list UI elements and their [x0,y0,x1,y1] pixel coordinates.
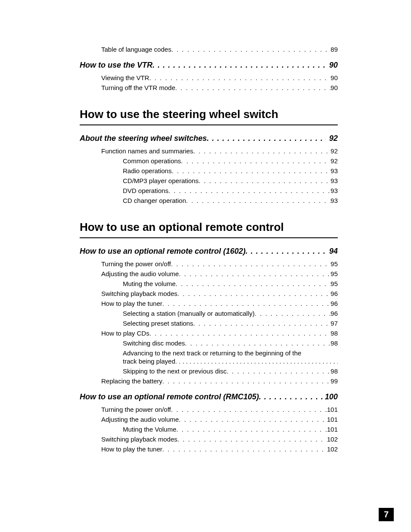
toc-leader [177,290,331,297]
toc-leader [193,147,330,155]
toc-page-num: 97 [330,320,338,327]
toc-entry: Switching playback modes102 [101,436,338,443]
toc-section-remote-rmc105: How to use an optional remote control (R… [80,392,338,401]
toc-label: Viewing the VTR [101,74,149,81]
toc-label: How to play the tuner [101,300,162,307]
toc-section-title: How to use an optional remote control (1… [80,247,246,256]
toc-entry: Common operations92 [123,157,338,165]
toc-label: Common operations [123,157,181,165]
toc-leader [259,392,325,401]
toc-leader [193,320,330,327]
toc-page-num: 95 [330,260,338,268]
toc-page-num: 96 [330,290,338,297]
toc-page-num: 89 [330,46,338,53]
toc-leader [255,310,330,317]
toc-leader [199,177,330,184]
toc-section-title: About the steering wheel switches [80,134,207,143]
toc-page-num: 99 [330,377,338,385]
toc-entry-group: Viewing the VTR90Turning off the VTR mod… [80,74,338,91]
toc-page-num: 101 [327,406,338,413]
toc-page-num: 102 [327,445,338,453]
toc-label: Muting the Volume [123,426,176,433]
toc-leader [181,157,330,165]
toc-entry: How to play the tuner96 [101,300,338,307]
toc-page: Table of language codes 89 How to use th… [0,0,411,481]
toc-section-vtr: How to use the VTR 90 [80,61,338,70]
toc-leader [227,367,330,375]
toc-entry: Function names and summaries92 [101,147,338,155]
toc-label: Radio operations [123,167,171,174]
toc-leader [185,339,330,347]
toc-label: DVD operations [123,187,168,194]
toc-page-num: 100 [325,392,338,401]
toc-label: Turning off the VTR mode [101,84,175,91]
toc-label: Function names and summaries [101,147,193,155]
toc-page-num: 101 [327,416,338,423]
toc-page-num: 92 [330,147,338,155]
toc-label: Selecting a station (manually or automat… [123,310,255,317]
toc-leader [171,406,327,413]
toc-section-steering-switches: About the steering wheel switches 92 [80,134,338,143]
toc-section-remote-1602: How to use an optional remote control (1… [80,247,338,256]
chapter-heading-steering: How to use the steering wheel switch [80,108,338,125]
toc-page-num: 90 [330,74,338,81]
toc-label: Turning the power on/off [101,406,171,413]
toc-entry: Skipping to the next or previous disc98 [123,367,338,375]
toc-entry-wrapped: Advancing to the next track or returning… [123,349,338,357]
toc-leader [162,445,327,453]
toc-entry: Turning the power on/off101 [101,406,338,413]
toc-leader [207,134,325,143]
toc-entry: Viewing the VTR90 [101,74,338,81]
toc-leader [179,270,330,277]
toc-leader [149,330,331,337]
toc-leader [149,74,330,81]
toc-label: CD changer operation [123,197,186,204]
toc-entry: Adjusting the audio volume101 [101,416,338,423]
toc-entry: How to play CDs98 [101,330,338,337]
toc-leader [171,167,330,174]
toc-page-num: 90 [330,84,338,91]
toc-page-num: 95 [330,270,338,277]
toc-entry: Turning the power on/off95 [101,260,338,268]
toc-label: Switching playback modes [101,290,177,297]
toc-leader [176,426,327,433]
toc-page-num: 93 [330,177,338,184]
toc-label: Replacing the battery [101,377,162,385]
toc-leader [177,436,327,443]
toc-label: Table of language codes [101,46,171,53]
toc-label: Adjusting the audio volume [101,416,179,423]
toc-label: Selecting preset stations [123,320,193,327]
toc-entry: Muting the Volume101 [123,426,338,433]
chapter-heading-remote: How to use an optional remote control [80,221,338,238]
toc-section-title: How to use the VTR [80,61,153,70]
toc-page-num: 94 [325,247,338,256]
toc-label: Switching playback modes [101,436,177,443]
toc-entry: DVD operations93 [123,187,338,194]
toc-leader [171,260,331,268]
toc-page-num: 98 [330,367,338,375]
toc-page-num: 95 [330,280,338,287]
toc-page-num: 96 [330,300,338,307]
toc-page-num: 98 [330,339,338,347]
toc-entry: Selecting a station (manually or automat… [123,310,338,317]
toc-entry: Switching playback modes96 [101,290,338,297]
toc-leader [175,358,338,365]
toc-entry: Adjusting the audio volume95 [101,270,338,277]
toc-label: Adjusting the audio volume [101,270,179,277]
toc-page-num: 92 [330,157,338,165]
toc-entry-group: Turning the power on/off101Adjusting the… [80,406,338,453]
toc-leader [162,377,331,385]
toc-leader [153,61,325,70]
toc-label: Turning the power on/off [101,260,171,268]
toc-page-num: 101 [327,426,338,433]
toc-page-num: 102 [327,436,338,443]
toc-label: track being played [123,358,175,365]
toc-label: Muting the volume [123,280,176,287]
toc-leader [179,416,327,423]
toc-label: Switching disc modes [123,339,185,347]
toc-entry-wrapped-cont: track being played 98 [123,358,338,365]
toc-page-num: 93 [330,167,338,174]
toc-entry: Replacing the battery99 [101,377,338,385]
toc-label: Skipping to the next or previous disc [123,367,227,375]
toc-entry: Turning off the VTR mode90 [101,84,338,91]
